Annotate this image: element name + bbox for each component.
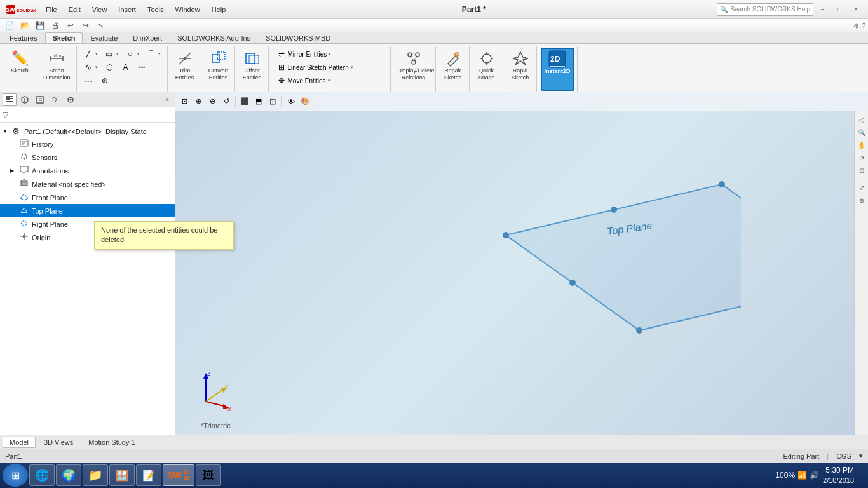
offset-entities-button[interactable]: OffsetEntities [239, 48, 266, 86]
construction-line-button[interactable]: - - - [81, 74, 96, 87]
tab-evaluate[interactable]: Evaluate [84, 32, 125, 43]
menu-edit[interactable]: Edit [64, 4, 86, 15]
taskbar-photos[interactable]: 🖼 [196, 464, 221, 486]
point-button[interactable]: · [114, 74, 129, 87]
taskbar-ie[interactable]: 🌐 [29, 464, 55, 486]
repair-sketch-button[interactable]: R RepairSketch [440, 48, 466, 86]
menu-view[interactable]: View [87, 4, 112, 15]
section-view-button[interactable]: ⬒ [252, 95, 265, 108]
origin-icon [20, 232, 30, 243]
zoom-button[interactable]: 🔍 [856, 126, 867, 138]
menu-help[interactable]: Help [207, 4, 231, 15]
tab-features[interactable]: Features [3, 32, 44, 43]
propertymanager-tab[interactable]: i [18, 93, 32, 106]
minimize-button[interactable]: − [816, 4, 830, 15]
taskbar-folder[interactable]: 📁 [83, 464, 108, 486]
line-tool-button[interactable]: ╱ ▾ [81, 48, 100, 60]
tree-item-front-plane[interactable]: Front Plane [0, 191, 175, 204]
linear-sketch-pattern-button[interactable]: ⊞ Linear Sketch Pattern ▾ [274, 61, 356, 74]
spline-tool-button[interactable]: ∿ ▾ [81, 61, 100, 74]
viewport[interactable]: ⊡ ⊕ ⊖ ↺ ⬛ ⬒ ◫ 👁 🎨 [175, 92, 868, 435]
rapid-sketch-button[interactable]: RapidSketch [507, 48, 534, 86]
tree-item-sensors[interactable]: Sensors [0, 151, 175, 164]
tree-item-annotations[interactable]: ▶ Annotations [0, 164, 175, 177]
print-button[interactable]: 🖨 [48, 19, 62, 32]
svg-point-22 [482, 54, 491, 63]
view-rotate-button[interactable]: ↺ [220, 95, 233, 108]
dimxpertmanager-tab[interactable]: D [48, 93, 62, 106]
hide-tree-button[interactable]: ◁ [856, 114, 867, 125]
move-entities-button[interactable]: ✥ Move Entities ▾ [274, 74, 333, 87]
hide-show-button[interactable]: 👁 [285, 95, 297, 108]
centerline-button[interactable]: ⊕ [97, 74, 112, 87]
tab-3d-views[interactable]: 3D Views [37, 437, 80, 448]
pan-button[interactable]: ✋ [856, 139, 867, 151]
circle-tool-button[interactable]: ○ ▾ [123, 48, 142, 60]
select-button[interactable]: ↖ [94, 19, 108, 32]
new-file-button[interactable]: 📄 [3, 19, 17, 32]
redo-button[interactable]: ↪ [79, 19, 93, 32]
tree-item-history[interactable]: History [0, 137, 175, 151]
close-button[interactable]: × [849, 4, 863, 15]
start-button[interactable]: ⊞ [3, 464, 28, 487]
mirror-row: ⇌ Mirror Entities ▾ [274, 48, 386, 60]
ribbon-group-pattern: ⇌ Mirror Entities ▾ ⊞ Linear Sketch Patt… [270, 46, 391, 92]
polygon-tool-button[interactable]: ⬡ [102, 61, 117, 74]
menu-insert[interactable]: Insert [113, 4, 141, 15]
menu-window[interactable]: Window [170, 4, 205, 15]
menu-tools[interactable]: Tools [142, 4, 169, 15]
convert-entities-button[interactable]: ConvertEntities [205, 48, 232, 86]
view-zoom-in-button[interactable]: ⊕ [192, 95, 205, 108]
appearance-button[interactable]: 🎨 [299, 95, 311, 108]
tab-model[interactable]: Model [3, 437, 36, 448]
menu-file[interactable]: File [41, 4, 62, 15]
zoom-area-button[interactable]: ⊡ [856, 165, 867, 176]
view-zoom-to-fit-button[interactable]: ⊡ [178, 95, 191, 108]
taskbar-chrome[interactable]: 🌍 [56, 464, 81, 486]
tab-add-ins[interactable]: SOLIDWORKS Add-Ins [170, 32, 257, 43]
save-button[interactable]: 💾 [33, 19, 47, 32]
view-zoom-out-button[interactable]: ⊖ [206, 95, 219, 108]
taskbar-windows[interactable]: 🪟 [109, 464, 135, 486]
rectangle-tool-button[interactable]: ▭ ▾ [102, 48, 121, 60]
tab-sketch[interactable]: Sketch [45, 32, 82, 43]
tab-dimxpert[interactable]: DimXpert [126, 32, 169, 43]
tree-item-top-plane[interactable]: Top Plane [0, 204, 175, 217]
help-search-box[interactable]: 🔍 Search SOLIDWORKS Help [717, 3, 813, 16]
panel-expand-button[interactable]: » [162, 95, 172, 105]
normal-to-button[interactable]: ⊕ [856, 194, 867, 206]
svg-text:SW: SW [6, 7, 15, 13]
text-tool-button[interactable]: A [118, 61, 133, 74]
origin-label: Origin [32, 234, 50, 241]
arc-dropdown-icon: ▾ [158, 51, 161, 57]
rotate-button[interactable]: ↺ [856, 152, 867, 163]
view-orient-button[interactable]: ⬛ [238, 95, 251, 108]
displaymanager-tab[interactable] [64, 93, 78, 106]
configmanager-tab[interactable] [33, 93, 47, 106]
sketch-button[interactable]: ✏️ Sketch [6, 48, 33, 86]
tab-motion-study[interactable]: Motion Study 1 [81, 437, 142, 448]
arc-tool-button[interactable]: ⌒ ▾ [144, 48, 163, 60]
show-desktop-button[interactable] [858, 466, 860, 485]
display-delete-relations-button[interactable]: Display/DeleteRelations [395, 48, 433, 86]
mirror-entities-button[interactable]: ⇌ Mirror Entities ▾ [274, 48, 334, 60]
taskbar-solidworks[interactable]: SW 2016 [163, 464, 194, 486]
smart-dimension-button[interactable]: dim SmartDimension [40, 48, 74, 86]
tab-mbd[interactable]: SOLIDWORKS MBD [259, 32, 337, 43]
view-display-button[interactable]: ◫ [266, 95, 279, 108]
units-dropdown-icon[interactable]: ▾ [859, 452, 863, 460]
taskbar-notepad[interactable]: 📝 [136, 464, 161, 486]
quick-snaps-button[interactable]: QuickSnaps [473, 48, 500, 86]
tree-root-item[interactable]: ▼ ⚙ Part1 (Default<<Default>_Display Sta… [0, 125, 175, 137]
svg-text:R: R [456, 53, 459, 57]
open-button[interactable]: 📂 [18, 19, 32, 32]
tree-item-material[interactable]: Material <not specified> [0, 177, 175, 191]
trim-entities-button[interactable]: TrimEntities [172, 48, 198, 86]
instant2d-button[interactable]: 2D Instant2D [541, 48, 574, 91]
more-tools-button[interactable]: ••• [135, 61, 150, 74]
undo-button[interactable]: ↩ [64, 19, 78, 32]
restore-button[interactable]: □ [832, 4, 846, 15]
expand-view-button[interactable]: ⤢ [856, 182, 867, 193]
featuremanager-tab[interactable] [3, 93, 17, 106]
repair-icon: R [443, 50, 463, 67]
